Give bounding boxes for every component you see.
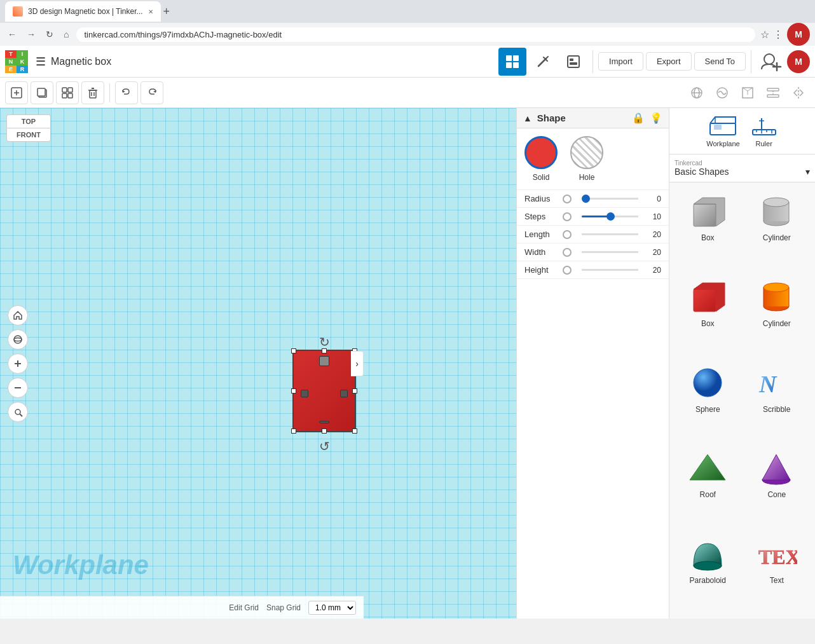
box-handle-top[interactable] xyxy=(319,356,329,366)
box-handle-bottom[interactable] xyxy=(319,421,329,423)
tab-favicon xyxy=(13,6,23,17)
grid-view-button[interactable] xyxy=(498,48,526,76)
extensions-icon[interactable]: ⋮ xyxy=(773,29,783,41)
import-button[interactable]: Import xyxy=(598,52,643,71)
shape-label-roof-green: Roof xyxy=(700,490,716,499)
codeblocks-button[interactable] xyxy=(559,48,587,76)
width-circle-indicator[interactable] xyxy=(563,248,572,257)
home-button[interactable]: ⌂ xyxy=(61,27,71,42)
length-slider[interactable] xyxy=(582,233,638,235)
view-perspective-button[interactable] xyxy=(685,81,708,104)
height-label: Height xyxy=(524,265,563,275)
shape-item-scribble[interactable]: N Scribble xyxy=(744,359,811,442)
new-tab-button[interactable]: + xyxy=(163,5,170,18)
orbit-button[interactable] xyxy=(8,329,28,350)
workplane-tool[interactable]: Workplane xyxy=(706,114,739,147)
view-wireframe-button[interactable] xyxy=(736,81,759,104)
handle-bl[interactable] xyxy=(291,428,296,434)
forward-button[interactable]: → xyxy=(24,27,38,42)
svg-text:N: N xyxy=(758,371,777,397)
undo-button[interactable] xyxy=(115,81,138,104)
shape-item-text[interactable]: TEXT Text xyxy=(744,530,811,613)
category-dropdown[interactable]: Basic Shapes ▾ xyxy=(675,167,810,177)
shape-item-sphere-blue[interactable]: Sphere xyxy=(675,359,741,442)
shape-item-roof-green[interactable]: Roof xyxy=(675,444,741,528)
hole-type[interactable]: Hole xyxy=(570,136,603,182)
refresh-button[interactable]: ↻ xyxy=(43,27,56,42)
category-name: Basic Shapes xyxy=(675,167,729,177)
collapse-shape-panel-button[interactable]: › xyxy=(351,351,364,376)
shape-item-cylinder-gray[interactable]: Cylinder xyxy=(744,188,811,271)
width-slider[interactable] xyxy=(582,251,638,253)
view-top-label[interactable]: TOP xyxy=(6,114,51,128)
shape-item-cylinder-orange[interactable]: Cylinder xyxy=(744,273,811,357)
group-button[interactable] xyxy=(56,81,79,104)
snap-grid-select[interactable]: 1.0 mm 0.5 mm 2.0 mm xyxy=(308,601,356,615)
radius-slider-thumb[interactable] xyxy=(582,195,590,203)
new-object-button[interactable] xyxy=(5,81,28,104)
steps-slider[interactable] xyxy=(582,216,638,217)
hamburger-button[interactable]: ☰ xyxy=(36,55,46,69)
shape-item-paraboloid[interactable]: Paraboloid xyxy=(675,530,741,613)
rotate-top-arrow[interactable]: ↻ xyxy=(319,334,330,350)
steps-slider-thumb[interactable] xyxy=(606,212,615,221)
redo-button[interactable] xyxy=(140,81,163,104)
handle-tm[interactable] xyxy=(322,348,327,353)
zoom-in-button[interactable] xyxy=(8,353,28,374)
export-button[interactable]: Export xyxy=(646,52,692,71)
length-circle-indicator[interactable] xyxy=(563,230,572,239)
right-panel-tools: Workplane Ruler xyxy=(669,108,815,154)
back-button[interactable]: ← xyxy=(5,27,19,42)
box-handle-left[interactable] xyxy=(301,390,308,397)
active-tab[interactable]: 3D design Magnetic box | Tinker... ✕ xyxy=(5,1,161,22)
box-handle-right[interactable] xyxy=(340,390,348,397)
zoom-out-button[interactable] xyxy=(8,378,28,398)
right-panel: Workplane Ruler Ti xyxy=(669,108,815,619)
panel-lock-icon[interactable]: 🔒 xyxy=(632,112,645,124)
steps-circle-indicator[interactable] xyxy=(563,212,572,221)
view-mirror-button[interactable] xyxy=(787,81,810,104)
view-front-label[interactable]: FRONT xyxy=(6,128,51,142)
home-view-button[interactable] xyxy=(8,305,28,325)
pickaxe-button[interactable] xyxy=(529,48,557,76)
main-user-avatar[interactable]: M xyxy=(787,50,810,73)
svg-point-40 xyxy=(14,338,22,341)
rotate-bottom-arrow[interactable]: ↺ xyxy=(319,439,330,454)
copy-button[interactable] xyxy=(31,81,53,104)
delete-button[interactable] xyxy=(81,81,104,104)
height-slider[interactable] xyxy=(582,269,638,271)
svg-rect-62 xyxy=(694,289,716,312)
panel-collapse-button[interactable]: ▲ xyxy=(523,113,532,123)
handle-br[interactable] xyxy=(352,428,357,434)
svg-rect-21 xyxy=(68,93,72,98)
svg-line-5 xyxy=(546,57,548,58)
handle-mr[interactable] xyxy=(352,388,357,394)
edit-grid-label[interactable]: Edit Grid xyxy=(229,603,259,612)
tab-close-icon[interactable]: ✕ xyxy=(148,8,153,15)
ruler-tool[interactable]: Ruler xyxy=(750,114,778,147)
solid-type[interactable]: Solid xyxy=(524,136,558,182)
add-user-button[interactable] xyxy=(757,48,784,76)
app-title: Magnetic box xyxy=(51,56,498,67)
radius-slider[interactable] xyxy=(582,198,638,200)
viewport[interactable]: Workplane TOP FRONT xyxy=(0,108,516,619)
shape-item-box-red[interactable]: Box xyxy=(675,273,741,357)
handle-bm[interactable] xyxy=(322,428,327,434)
shape-item-cone-purple[interactable]: Cone xyxy=(744,444,811,528)
shape-icon-text: TEXT xyxy=(755,535,799,573)
selected-object[interactable]: ↻ xyxy=(292,350,356,439)
view-align-button[interactable] xyxy=(762,81,784,104)
user-avatar[interactable]: M xyxy=(787,23,810,46)
zoom-fit-button[interactable] xyxy=(8,402,28,422)
handle-tl[interactable] xyxy=(291,348,296,353)
handle-ml[interactable] xyxy=(291,388,296,394)
radius-circle-indicator[interactable] xyxy=(563,195,572,203)
bookmark-icon[interactable]: ☆ xyxy=(760,29,769,41)
height-circle-indicator[interactable] xyxy=(563,266,572,275)
send-to-button[interactable]: Send To xyxy=(694,52,746,71)
svg-rect-1 xyxy=(513,55,519,61)
shape-item-box-gray[interactable]: Box xyxy=(675,188,741,271)
view-smooth-button[interactable] xyxy=(711,81,734,104)
url-input[interactable] xyxy=(76,27,755,42)
panel-info-icon[interactable]: 💡 xyxy=(650,112,662,124)
